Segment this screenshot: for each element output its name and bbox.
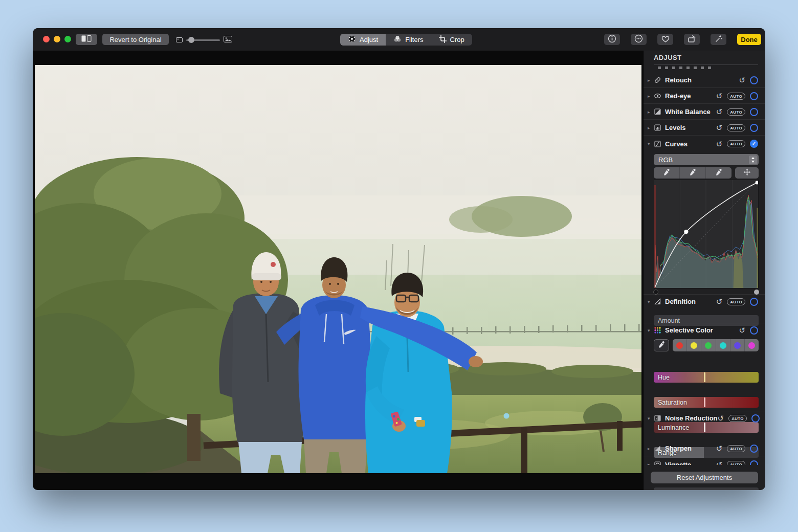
swatch-cyan[interactable]: [716, 339, 730, 351]
compare-icon: [81, 35, 92, 43]
undo-icon[interactable]: ↺: [739, 326, 745, 334]
vignette-enable-checkbox[interactable]: [750, 460, 758, 465]
disclosure-icon[interactable]: ▸: [648, 78, 650, 83]
auto-button[interactable]: AUTO: [727, 140, 745, 147]
red-eye-enable-checkbox[interactable]: [750, 92, 758, 100]
noise-reduction-amount-slider[interactable]: Amount: [654, 487, 759, 490]
retouch-enable-checkbox[interactable]: [750, 76, 758, 84]
curves-enable-checkbox[interactable]: ✓: [750, 140, 758, 148]
add-curve-point-button[interactable]: [735, 167, 759, 179]
disclosure-icon[interactable]: ▾: [648, 141, 650, 146]
undo-icon[interactable]: ↺: [716, 140, 723, 148]
swatch-magenta[interactable]: [744, 339, 759, 351]
disclosure-icon[interactable]: ▸: [648, 446, 650, 451]
curve-endpoint[interactable]: [756, 181, 758, 184]
adjust-row-definition[interactable]: ▾ Definition ↺ AUTO: [644, 294, 765, 308]
auto-button[interactable]: AUTO: [727, 461, 745, 465]
slider-marker[interactable]: [704, 397, 705, 407]
adjust-row-curves[interactable]: ▾ Curves ↺ AUTO ✓: [644, 136, 765, 151]
undo-icon[interactable]: ↺: [739, 76, 745, 84]
noise-reduction-enable-checkbox[interactable]: [751, 414, 760, 423]
swatch-yellow[interactable]: [686, 339, 701, 351]
disclosure-icon[interactable]: ▸: [648, 94, 650, 99]
slider-label: Saturation: [658, 399, 687, 406]
done-button[interactable]: Done: [737, 34, 761, 45]
adjust-row-levels[interactable]: ▸ Levels ↺ AUTO: [644, 120, 765, 136]
disclosure-icon[interactable]: ▸: [648, 109, 650, 115]
crop-icon: [439, 35, 447, 45]
auto-button[interactable]: AUTO: [728, 415, 747, 422]
tab-adjust[interactable]: Adjust: [340, 34, 386, 46]
undo-icon[interactable]: ↺: [716, 298, 723, 305]
adjust-row-red-eye[interactable]: ▸ Red-eye ↺ AUTO: [644, 88, 765, 104]
reset-adjustments-button[interactable]: Reset Adjustments: [651, 472, 758, 483]
auto-button[interactable]: AUTO: [727, 93, 745, 100]
auto-button[interactable]: AUTO: [727, 108, 745, 116]
slider-marker[interactable]: [704, 372, 705, 382]
black-point-eyedropper-button[interactable]: [654, 167, 679, 179]
swatch-green[interactable]: [701, 339, 715, 351]
rotate-icon: [688, 35, 696, 45]
checkmark-icon: ✓: [752, 141, 756, 146]
eyedropper-icon: [663, 168, 671, 178]
rotate-button[interactable]: [684, 34, 700, 45]
auto-button[interactable]: AUTO: [727, 445, 745, 452]
revert-to-original-button[interactable]: Revert to Original: [102, 34, 169, 45]
zoom-slider-knob[interactable]: [188, 37, 194, 43]
sharpen-enable-checkbox[interactable]: [750, 445, 758, 453]
adjust-row-sharpen[interactable]: ▸ Sharpen ↺ AUTO: [644, 441, 765, 456]
gray-point-eyedropper-button[interactable]: [679, 167, 705, 179]
adjust-row-vignette[interactable]: ▸ Vignette ↺ AUTO: [644, 457, 765, 465]
disclosure-icon[interactable]: ▾: [648, 299, 650, 304]
selective-color-enable-checkbox[interactable]: [750, 326, 758, 335]
tab-filters[interactable]: Filters: [386, 34, 431, 46]
sidebar-title: ADJUST: [654, 54, 681, 61]
adjust-row-noise-reduction[interactable]: ▾ Noise Reduction ↺ AUTO: [644, 411, 765, 425]
auto-enhance-button[interactable]: [711, 34, 726, 45]
close-button[interactable]: [43, 36, 50, 42]
curve-control-point[interactable]: [684, 230, 688, 234]
disclosure-icon[interactable]: ▸: [648, 462, 650, 465]
swatch-blue[interactable]: [730, 339, 744, 351]
undo-icon[interactable]: ↺: [716, 124, 723, 131]
favorite-button[interactable]: [657, 34, 673, 45]
white-point-eyedropper-button[interactable]: [705, 167, 731, 179]
photo-canvas[interactable]: [35, 65, 641, 473]
zoom-slider[interactable]: [186, 39, 220, 41]
adjust-row-selective-color[interactable]: ▾ Selective Color ↺: [644, 323, 765, 337]
undo-icon[interactable]: ↺: [716, 445, 723, 452]
tab-crop[interactable]: Crop: [431, 34, 472, 46]
compare-original-toggle[interactable]: [76, 34, 97, 45]
undo-icon[interactable]: ↺: [716, 108, 723, 116]
adjust-row-white-balance[interactable]: ▸ White Balance ↺ AUTO: [644, 104, 765, 120]
definition-enable-checkbox[interactable]: [750, 298, 758, 306]
white-balance-enable-checkbox[interactable]: [750, 108, 758, 116]
curves-channel-select[interactable]: RGB: [654, 154, 759, 165]
info-button[interactable]: [604, 34, 620, 45]
slider-label: Hue: [658, 374, 670, 381]
undo-icon[interactable]: ↺: [716, 92, 723, 100]
auto-button[interactable]: AUTO: [727, 124, 745, 131]
disclosure-icon[interactable]: ▾: [648, 328, 650, 333]
row-label: Selective Color: [665, 326, 713, 334]
minimize-button[interactable]: [54, 36, 60, 42]
undo-icon[interactable]: ↺: [718, 414, 724, 422]
undo-icon[interactable]: ↺: [716, 461, 723, 465]
photos-app-window: Revert to Original Adjust Filters Crop: [33, 28, 765, 490]
more-button[interactable]: [631, 34, 647, 45]
levels-icon: [654, 124, 661, 131]
adjust-row-retouch[interactable]: ▸ Retouch ↺: [644, 73, 765, 88]
hue-slider[interactable]: Hue: [654, 372, 759, 383]
disclosure-icon[interactable]: ▾: [648, 416, 650, 421]
fullscreen-button[interactable]: [64, 36, 71, 42]
levels-enable-checkbox[interactable]: [750, 124, 758, 132]
curves-histogram-panel[interactable]: [654, 180, 759, 289]
saturation-slider[interactable]: Saturation: [654, 397, 759, 408]
auto-button[interactable]: AUTO: [727, 298, 745, 305]
filters-icon: [393, 35, 402, 45]
disclosure-icon[interactable]: ▸: [648, 125, 650, 130]
swatch-red[interactable]: [673, 339, 686, 351]
photo-large-icon: [224, 35, 232, 45]
selective-color-eyedropper-button[interactable]: [654, 339, 669, 351]
color-swatches: [673, 339, 759, 351]
